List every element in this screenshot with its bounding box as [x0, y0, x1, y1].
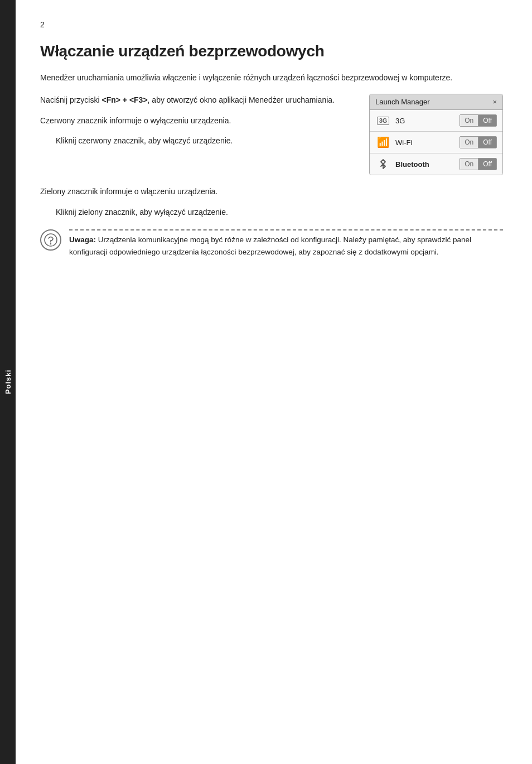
note-body: Urządzenia komunikacyjne mogą być różne …	[69, 236, 471, 256]
page-number: 2	[40, 20, 503, 29]
3g-off-button[interactable]: Off	[478, 115, 496, 126]
dashed-divider	[69, 229, 503, 230]
bluetooth-off-button[interactable]: Off	[478, 158, 496, 170]
note-right: Uwaga: Urządzenia komunikacyjne mogą być…	[69, 229, 503, 258]
note-icon-wrap	[40, 229, 61, 251]
para3-indented: Kliknij zielony znacznik, aby wyłączyć u…	[56, 206, 503, 218]
fn-key-text: <Fn> + <F3>	[101, 95, 147, 104]
launch-manager-panel: Launch Manager × 3G 3G On Off	[369, 94, 503, 175]
intro-paragraph: Menedżer uruchamiania umożliwia włączeni…	[40, 71, 503, 84]
lm-title: Launch Manager	[375, 98, 430, 106]
wifi-toggle[interactable]: On Off	[460, 136, 497, 148]
page-title: Włączanie urządzeń bezprzewodowych	[40, 42, 503, 60]
wifi-label: Wi-Fi	[395, 138, 460, 147]
bluetooth-label: Bluetooth	[395, 160, 460, 169]
para1-text: Naciśnij przyciski <Fn> + <F3>, aby otwo…	[40, 94, 352, 106]
note-label: Uwaga:	[69, 236, 96, 244]
bluetooth-toggle[interactable]: On Off	[460, 158, 497, 170]
3g-toggle[interactable]: On Off	[460, 114, 497, 127]
lm-row-3g: 3G 3G On Off	[370, 110, 502, 132]
para3-text: Zielony znacznik informuje o włączeniu u…	[40, 185, 503, 198]
main-content: 2 Włączanie urządzeń bezprzewodowych Men…	[16, 0, 532, 764]
note-text: Uwaga: Urządzenia komunikacyjne mogą być…	[69, 234, 503, 258]
bluetooth-on-button[interactable]: On	[460, 158, 478, 170]
3g-on-button[interactable]: On	[460, 115, 478, 126]
wifi-on-button[interactable]: On	[460, 137, 478, 148]
lm-row-bluetooth: Bluetooth On Off	[370, 153, 502, 175]
launch-manager-window: Launch Manager × 3G 3G On Off	[369, 94, 503, 175]
text-column: Naciśnij przyciski <Fn> + <F3>, aby otwo…	[40, 94, 352, 175]
wifi-off-button[interactable]: Off	[478, 137, 496, 148]
3g-label: 3G	[395, 117, 460, 125]
page-container: Polski 2 Włączanie urządzeń bezprzewodow…	[0, 0, 532, 764]
bluetooth-icon	[375, 158, 391, 170]
sidebar-label: Polski	[4, 369, 12, 394]
note-icon	[40, 229, 61, 251]
para2-indented: Kliknij czerwony znacznik, aby włączyć u…	[56, 134, 352, 147]
sidebar-tab: Polski	[0, 0, 16, 764]
lm-close-button[interactable]: ×	[492, 98, 497, 105]
para2-text: Czerwony znacznik informuje o wyłączeniu…	[40, 114, 352, 127]
wifi-icon: 📶	[375, 136, 391, 148]
svg-point-1	[50, 243, 51, 244]
note-section: Uwaga: Urządzenia komunikacyjne mogą być…	[40, 229, 503, 258]
3g-icon: 3G	[375, 114, 391, 127]
lm-row-wifi: 📶 Wi-Fi On Off	[370, 132, 502, 153]
content-row: Naciśnij przyciski <Fn> + <F3>, aby otwo…	[40, 94, 503, 175]
lm-titlebar: Launch Manager ×	[370, 94, 502, 110]
